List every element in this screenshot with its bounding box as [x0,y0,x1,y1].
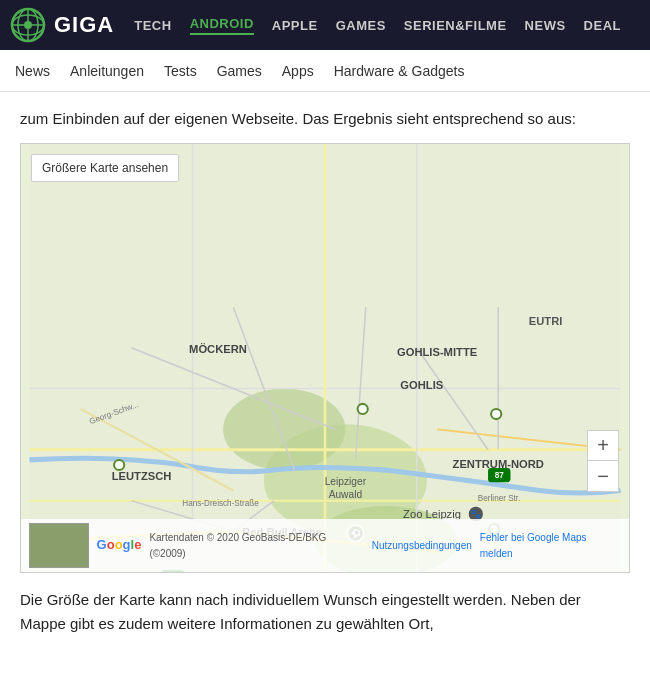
sec-nav-anleitungen[interactable]: Anleitungen [70,63,144,79]
svg-point-56 [491,409,501,419]
svg-point-8 [223,389,345,471]
zoom-in-button[interactable]: + [588,431,618,461]
sec-nav-hardware[interactable]: Hardware & Gadgets [334,63,465,79]
zoom-controls: + − [587,430,619,492]
google-logo: Google [97,535,142,556]
top-nav-links: TECH ANDROID APPLE GAMES SERIEN&FILME NE… [134,16,621,35]
zoom-out-button[interactable]: − [588,461,618,491]
svg-text:Auwald: Auwald [329,489,363,500]
logo-text: GIGA [54,12,114,38]
terms-link[interactable]: Nutzungsbedingungen [372,538,472,554]
nav-android[interactable]: ANDROID [190,16,254,35]
top-navigation: GIGA TECH ANDROID APPLE GAMES SERIEN&FIL… [0,0,650,50]
report-link[interactable]: Fehler bei Google Maps melden [480,530,621,562]
nav-games[interactable]: GAMES [336,18,386,33]
nav-apple[interactable]: APPLE [272,18,318,33]
nav-serien[interactable]: SERIEN&FILME [404,18,507,33]
map-svg: 87 87 87 MÖCKERN GOHLIS-MITTE GOHLIS EUT… [21,144,629,572]
svg-text:Berliner Str.: Berliner Str. [478,494,521,503]
article-content: zum Einbinden auf der eigenen Webseite. … [0,92,650,663]
svg-text:ZENTRUM-NORD: ZENTRUM-NORD [453,458,544,470]
svg-text:Leipziger: Leipziger [325,476,367,487]
svg-point-54 [114,460,124,470]
article-outro: Die Größe der Karte kann nach individuel… [20,588,630,636]
article-intro: zum Einbinden auf der eigenen Webseite. … [20,107,630,131]
nav-deal[interactable]: DEAL [584,18,621,33]
svg-text:GOHLIS-MITTE: GOHLIS-MITTE [397,346,478,358]
svg-text:LEUTZSCH: LEUTZSCH [112,470,172,482]
svg-text:87: 87 [495,471,505,480]
enlarge-map-button[interactable]: Größere Karte ansehen [31,154,179,182]
svg-text:EUTRI: EUTRI [529,315,563,327]
nav-news[interactable]: NEWS [525,18,566,33]
secondary-navigation: News Anleitungen Tests Games Apps Hardwa… [0,50,650,92]
sec-nav-news[interactable]: News [15,63,50,79]
svg-text:GOHLIS: GOHLIS [400,379,443,391]
attribution-text: Kartendaten © 2020 GeoBasis-DE/BKG (©200… [149,530,363,562]
map-attribution: Google Kartendaten © 2020 GeoBasis-DE/BK… [21,519,629,572]
nav-tech[interactable]: TECH [134,18,171,33]
map-thumbnail [29,523,89,568]
svg-text:MÖCKERN: MÖCKERN [189,343,247,355]
logo-area[interactable]: GIGA [10,7,114,43]
sec-nav-apps[interactable]: Apps [282,63,314,79]
sec-nav-games[interactable]: Games [217,63,262,79]
giga-logo-icon [10,7,46,43]
sec-nav-tests[interactable]: Tests [164,63,197,79]
map-embed: Größere Karte ansehen [20,143,630,573]
svg-text:Hans-Dreisch-Straße: Hans-Dreisch-Straße [182,499,259,508]
svg-point-55 [358,404,368,414]
